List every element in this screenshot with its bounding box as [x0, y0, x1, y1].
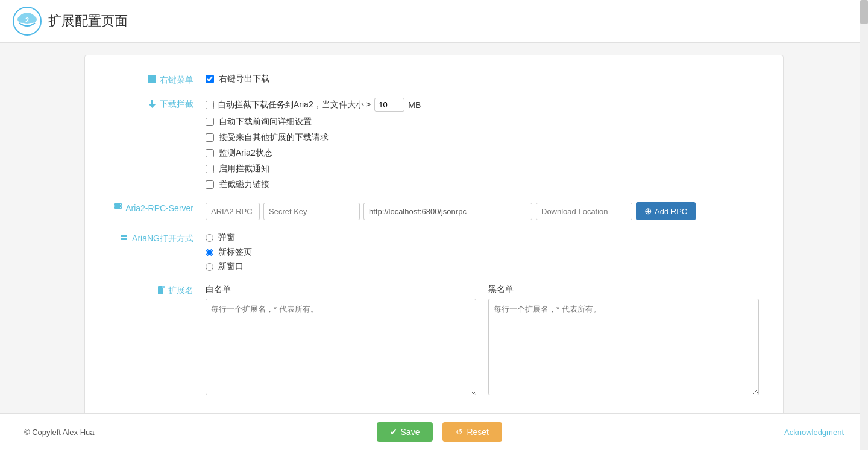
popup-label[interactable]: 弹窗 — [218, 232, 235, 243]
reset-button[interactable]: ↺ Reset — [442, 422, 502, 438]
svg-rect-5 — [148, 75, 151, 78]
ariang-open-content: 弹窗 新标签页 新窗口 — [206, 232, 759, 272]
svg-rect-21 — [124, 235, 127, 237]
add-rpc-button[interactable]: ⊕ Add RPC — [636, 202, 696, 220]
svg-rect-10 — [154, 78, 156, 81]
auto-intercept-label[interactable]: 自动拦截下载任务到Aria2，当文件大小 ≥ — [218, 100, 371, 110]
svg-rect-9 — [151, 78, 154, 81]
newtab-label[interactable]: 新标签页 — [218, 247, 252, 258]
right-click-export-checkbox[interactable] — [206, 75, 214, 83]
extension-list-content: 白名单 黑名单 — [206, 284, 759, 395]
download-intercept-section: 下载拦截 自动拦截下载任务到Aria2，当文件大小 ≥ MB 自动下载前询问详细… — [109, 98, 759, 190]
popup-radio[interactable] — [206, 234, 213, 242]
svg-rect-8 — [148, 78, 151, 81]
intercept-magnet-row: 拦截磁力链接 — [206, 179, 759, 190]
plus-icon: ⊕ — [644, 206, 652, 217]
monitor-aria2-row: 监测Aria2状态 — [206, 148, 759, 159]
ask-before-row: 自动下载前询问详细设置 — [206, 116, 759, 127]
svg-text:2: 2 — [25, 16, 29, 24]
context-menu-label: 右键菜单 — [109, 74, 206, 86]
rpc-name-input[interactable] — [206, 203, 260, 220]
svg-point-19 — [120, 207, 121, 208]
svg-rect-12 — [151, 81, 154, 83]
auto-intercept-row: 自动拦截下载任务到Aria2，当文件大小 ≥ MB — [206, 98, 759, 112]
right-click-export-row: 右键导出下载 — [206, 74, 759, 84]
extension-list-label-text: 扩展名 — [168, 285, 193, 296]
refresh-icon: ↺ — [456, 427, 463, 437]
min-size-input[interactable] — [374, 98, 404, 112]
intercept-magnet-checkbox[interactable] — [206, 180, 214, 189]
whitelist-block: 白名单 — [206, 284, 476, 395]
rpc-location-input[interactable] — [536, 203, 632, 220]
save-button[interactable]: ✔ Save — [377, 422, 433, 438]
svg-rect-13 — [154, 81, 156, 83]
extension-list-label: 扩展名 — [109, 284, 206, 296]
open-icon — [121, 234, 128, 244]
enable-notify-row: 启用拦截通知 — [206, 163, 759, 174]
server-icon — [114, 203, 122, 213]
mb-unit-label: MB — [408, 100, 421, 110]
footer-buttons: ✔ Save ↺ Reset — [377, 422, 503, 438]
accept-requests-label[interactable]: 接受来自其他扩展的下载请求 — [219, 132, 329, 143]
extension-list-section: 扩展名 白名单 黑名单 — [109, 284, 759, 395]
context-menu-section: 右键菜单 右键导出下载 — [109, 74, 759, 86]
svg-point-18 — [120, 204, 121, 205]
rpc-url-input[interactable]: http://localhost:6800/jsonrpc — [363, 203, 532, 220]
add-rpc-label: Add RPC — [655, 207, 687, 216]
page-title: 扩展配置页面 — [48, 12, 128, 30]
right-click-export-label[interactable]: 右键导出下载 — [219, 74, 269, 84]
aria2-logo: 2 — [12, 6, 42, 36]
download-intercept-label: 下载拦截 — [109, 98, 206, 110]
rpc-secret-input[interactable] — [263, 203, 360, 220]
monitor-aria2-label[interactable]: 监测Aria2状态 — [219, 148, 272, 159]
newwindow-radio-row: 新窗口 — [206, 261, 759, 272]
rpc-server-section: Aria2-RPC-Server http://localhost:6800/j… — [109, 202, 759, 220]
header: 2 扩展配置页面 — [0, 0, 868, 43]
whitelist-textarea[interactable] — [206, 299, 476, 395]
rpc-server-content: http://localhost:6800/jsonrpc ⊕ Add RPC — [206, 202, 759, 220]
svg-rect-26 — [162, 286, 165, 288]
popup-radio-row: 弹窗 — [206, 232, 759, 243]
scrollbar[interactable] — [860, 0, 868, 438]
svg-rect-23 — [124, 238, 127, 240]
download-icon — [148, 100, 156, 110]
ariang-open-section: AriaNG打开方式 弹窗 新标签页 新窗口 — [109, 232, 759, 272]
newwindow-label[interactable]: 新窗口 — [218, 261, 244, 272]
grid-icon — [148, 75, 156, 85]
footer: © Copyleft Alex Hua ✔ Save ↺ Reset Ackno… — [0, 413, 868, 438]
reset-label: Reset — [467, 427, 489, 437]
file-icon — [158, 286, 165, 296]
enable-notify-checkbox[interactable] — [206, 165, 214, 173]
newtab-radio-row: 新标签页 — [206, 247, 759, 258]
accept-requests-checkbox[interactable] — [206, 133, 214, 142]
auto-intercept-checkbox[interactable] — [206, 101, 214, 109]
checkmark-icon: ✔ — [390, 427, 397, 437]
svg-rect-6 — [151, 75, 154, 78]
svg-rect-14 — [151, 100, 153, 104]
rpc-inputs-row: http://localhost:6800/jsonrpc ⊕ Add RPC — [206, 202, 759, 220]
copyright-text: © Copyleft Alex Hua — [24, 428, 95, 437]
acknowledgment-link[interactable]: Acknowledgment — [784, 428, 844, 437]
svg-rect-7 — [154, 75, 156, 78]
monitor-aria2-checkbox[interactable] — [206, 149, 214, 157]
svg-marker-15 — [148, 104, 156, 108]
blacklist-block: 黑名单 — [488, 284, 759, 395]
intercept-magnet-label[interactable]: 拦截磁力链接 — [219, 179, 269, 190]
main-content: 右键菜单 右键导出下载 下载拦截 自动拦截下载任务到Aria2，当文件大小 ≥ … — [84, 55, 784, 426]
scrollbar-thumb[interactable] — [860, 0, 868, 24]
ariang-open-label: AriaNG打开方式 — [109, 232, 206, 244]
svg-rect-24 — [158, 286, 163, 294]
blacklist-title: 黑名单 — [488, 284, 759, 295]
ask-before-checkbox[interactable] — [206, 118, 214, 126]
blacklist-textarea[interactable] — [488, 299, 759, 395]
download-intercept-label-text: 下载拦截 — [160, 99, 193, 110]
newtab-radio[interactable] — [206, 249, 213, 256]
svg-rect-20 — [121, 235, 124, 237]
enable-notify-label[interactable]: 启用拦截通知 — [219, 163, 269, 174]
context-menu-label-text: 右键菜单 — [160, 75, 193, 86]
ask-before-label[interactable]: 自动下载前询问详细设置 — [219, 116, 312, 127]
svg-rect-22 — [121, 238, 124, 240]
save-label: Save — [401, 427, 420, 437]
accept-requests-row: 接受来自其他扩展的下载请求 — [206, 132, 759, 143]
newwindow-radio[interactable] — [206, 263, 213, 271]
